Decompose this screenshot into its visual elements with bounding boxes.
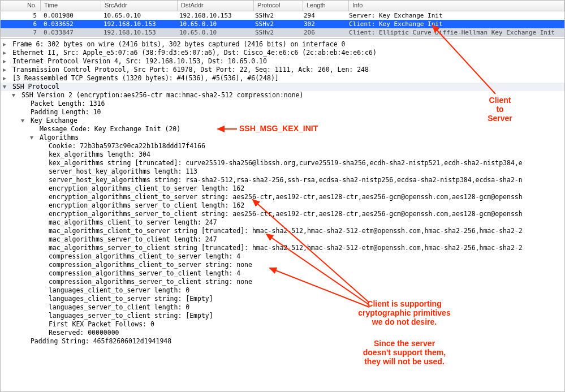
- tree-line[interactable]: compression_algorithms_server_to_client …: [1, 278, 564, 286]
- tree-text: encryption_algorithms_server_to_client s…: [45, 210, 523, 218]
- tree-line[interactable]: mac_algorithms_server_to_client length: …: [1, 235, 564, 244]
- expand-icon[interactable]: [3, 74, 8, 83]
- tree-line[interactable]: Padding String: 465f82606012d1941948: [1, 337, 564, 346]
- packet-list[interactable]: No. Time SrcAddr DstAddr Protocol Length…: [1, 1, 564, 38]
- tree-line[interactable]: Transmission Control Protocol, Src Port:…: [1, 66, 564, 74]
- tree-text: Ethernet II, Src: Apple_e5:07:a6 (38:f9:…: [8, 49, 377, 57]
- column-header-length[interactable]: Length: [303, 1, 349, 11]
- tree-text: server_host_key_algorithms string: rsa-s…: [45, 176, 523, 184]
- tree-line[interactable]: compression_algorithms_client_to_server …: [1, 252, 564, 261]
- tree-text: compression_algorithms_server_to_client …: [45, 278, 252, 286]
- expand-icon[interactable]: [3, 66, 8, 74]
- tree-line[interactable]: Padding Length: 10: [1, 108, 564, 117]
- tree-line[interactable]: encryption_algorithms_server_to_client s…: [1, 210, 564, 218]
- tree-line[interactable]: Message Code: Key Exchange Init (20): [1, 125, 564, 133]
- cell: 0.001980: [40, 11, 100, 20]
- cell: 10.65.0.10: [176, 28, 252, 37]
- tree-line[interactable]: encryption_algorithms_server_to_client l…: [1, 201, 564, 210]
- tree-text: languages_server_to_client string: [Empt…: [45, 312, 213, 320]
- tree-line[interactable]: Ethernet II, Src: Apple_e5:07:a6 (38:f9:…: [1, 49, 564, 57]
- cell: Client: Key Exchange Init: [346, 20, 564, 28]
- tree-line[interactable]: kex_algorithms string [truncated]: curve…: [1, 159, 564, 167]
- expand-icon[interactable]: [3, 49, 8, 57]
- tree-line[interactable]: First KEX Packet Follows: 0: [1, 320, 564, 329]
- cell: SSHv2: [252, 20, 300, 28]
- cell: 192.168.10.153: [100, 20, 176, 28]
- packet-row[interactable]: 50.00198010.65.0.10192.168.10.153SSHv229…: [1, 11, 564, 20]
- tree-text: SSH Version 2 (encryption:aes256-ctr mac…: [18, 91, 303, 99]
- tree-line[interactable]: Frame 6: 302 bytes on wire (2416 bits), …: [1, 40, 564, 49]
- tree-text: mac_algorithms_client_to_server string […: [45, 227, 523, 235]
- expand-icon[interactable]: [3, 57, 8, 66]
- tree-line[interactable]: encryption_algorithms_client_to_server s…: [1, 193, 564, 201]
- tree-line[interactable]: languages_client_to_server length: 0: [1, 286, 564, 295]
- tree-line[interactable]: compression_algorithms_server_to_client …: [1, 269, 564, 278]
- tree-text: kex_algorithms length: 304: [45, 150, 150, 158]
- tree-text: First KEX Packet Follows: 0: [45, 320, 154, 328]
- collapse-icon[interactable]: [12, 91, 18, 100]
- tree-text: kex_algorithms string [truncated]: curve…: [45, 159, 523, 167]
- collapse-icon[interactable]: [3, 83, 8, 91]
- column-header-no[interactable]: No.: [1, 1, 41, 11]
- tree-text: [3 Reassembled TCP Segments (1320 bytes)…: [8, 74, 279, 82]
- tree-line[interactable]: Cookie: 72b3ba5973c90ca22b1b18ddd17f4166: [1, 142, 564, 150]
- tree-line[interactable]: Algorithms: [1, 133, 564, 142]
- tree-text: mac_algorithms_server_to_client length: …: [45, 235, 217, 243]
- column-header-src[interactable]: SrcAddr: [101, 1, 178, 11]
- tree-line[interactable]: Reserved: 00000000: [1, 329, 564, 337]
- packet-row[interactable]: 60.033652192.168.10.15310.65.0.10SSHv230…: [1, 20, 564, 28]
- tree-line[interactable]: Packet Length: 1316: [1, 100, 564, 108]
- packet-list-header[interactable]: No. Time SrcAddr DstAddr Protocol Length…: [1, 1, 564, 11]
- tree-text: Transmission Control Protocol, Src Port:…: [8, 66, 369, 74]
- tree-text: languages_server_to_client length: 0: [45, 303, 189, 311]
- tree-text: encryption_algorithms_server_to_client l…: [45, 201, 244, 209]
- tree-text: languages_client_to_server string: [Empt…: [45, 295, 213, 303]
- tree-line[interactable]: encryption_algorithms_client_to_server l…: [1, 184, 564, 193]
- tree-text: Frame 6: 302 bytes on wire (2416 bits), …: [8, 40, 345, 48]
- collapse-icon[interactable]: [21, 117, 27, 125]
- tree-line[interactable]: kex_algorithms length: 304: [1, 150, 564, 159]
- tree-line[interactable]: Key Exchange: [1, 117, 564, 125]
- tree-text: compression_algorithms_client_to_server …: [45, 261, 252, 269]
- packet-row[interactable]: 70.033847192.168.10.15310.65.0.10SSHv220…: [1, 28, 564, 37]
- cell: Client: Elliptic Curve Diffie-Hellman Ke…: [346, 28, 564, 37]
- cell: Server: Key Exchange Init: [346, 11, 564, 20]
- collapse-icon[interactable]: [30, 133, 36, 142]
- tree-text: Internet Protocol Version 4, Src: 192.16…: [8, 57, 267, 65]
- tree-text: mac_algorithms_server_to_client string […: [45, 244, 523, 252]
- tree-line[interactable]: languages_server_to_client length: 0: [1, 303, 564, 312]
- tree-line[interactable]: compression_algorithms_client_to_server …: [1, 261, 564, 269]
- tree-line[interactable]: SSH Version 2 (encryption:aes256-ctr mac…: [1, 91, 564, 100]
- cell: SSHv2: [252, 11, 300, 20]
- tree-text: compression_algorithms_server_to_client …: [45, 269, 240, 277]
- cell: 10.65.0.10: [176, 20, 252, 28]
- tree-text: Reserved: 00000000: [45, 329, 119, 337]
- cell: 10.65.0.10: [100, 11, 176, 20]
- tree-text: compression_algorithms_client_to_server …: [45, 252, 240, 260]
- column-header-info[interactable]: Info: [349, 1, 564, 11]
- tree-line[interactable]: languages_server_to_client string: [Empt…: [1, 312, 564, 320]
- tree-line[interactable]: mac_algorithms_client_to_server string […: [1, 227, 564, 235]
- tree-text: Algorithms: [36, 133, 79, 141]
- column-header-dst[interactable]: DstAddr: [178, 1, 254, 11]
- cell: 302: [300, 20, 346, 28]
- tree-line[interactable]: Internet Protocol Version 4, Src: 192.16…: [1, 57, 564, 66]
- cell: 192.168.10.153: [176, 11, 252, 20]
- tree-text: server_host_key_algorithms length: 113: [45, 167, 197, 175]
- tree-text: Padding Length: 10: [27, 108, 101, 116]
- tree-line[interactable]: languages_client_to_server string: [Empt…: [1, 295, 564, 303]
- cell: 206: [300, 28, 346, 37]
- tree-line[interactable]: SSH Protocol: [1, 83, 564, 91]
- tree-line[interactable]: [3 Reassembled TCP Segments (1320 bytes)…: [1, 74, 564, 83]
- column-header-proto[interactable]: Protocol: [254, 1, 303, 11]
- tree-text: Cookie: 72b3ba5973c90ca22b1b18ddd17f4166: [45, 142, 205, 150]
- tree-line[interactable]: server_host_key_algorithms string: rsa-s…: [1, 176, 564, 184]
- cell: 192.168.10.153: [100, 28, 176, 37]
- column-header-time[interactable]: Time: [41, 1, 101, 11]
- tree-line[interactable]: mac_algorithms_client_to_server length: …: [1, 218, 564, 227]
- tree-line[interactable]: server_host_key_algorithms length: 113: [1, 167, 564, 176]
- expand-icon[interactable]: [3, 40, 8, 49]
- tree-line[interactable]: mac_algorithms_server_to_client string […: [1, 244, 564, 252]
- packet-details-tree[interactable]: Frame 6: 302 bytes on wire (2416 bits), …: [1, 38, 564, 392]
- tree-text: Packet Length: 1316: [27, 100, 105, 107]
